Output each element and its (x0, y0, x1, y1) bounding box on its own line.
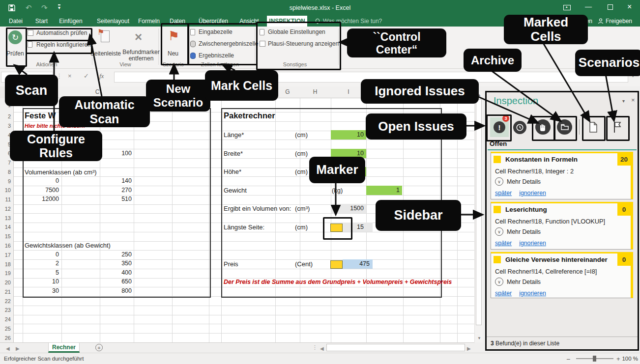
sheet-nav-left-icon[interactable]: ◀ (6, 346, 10, 351)
cell-b17[interactable]: 0 (25, 251, 59, 258)
tab-einfuegen[interactable]: Einfügen (57, 16, 85, 27)
row-header-16[interactable]: 16 (0, 241, 11, 251)
row-header-22[interactable]: 22 (0, 296, 11, 306)
breite-label[interactable]: Breite* (224, 150, 243, 157)
later-link[interactable]: später (495, 190, 512, 196)
laenge-unit[interactable]: (cm) (295, 131, 308, 139)
cell-c10[interactable]: 270 (97, 187, 132, 194)
laenge-value[interactable]: 10 (332, 131, 364, 138)
sheet-nav-right-icon[interactable]: ▶ (16, 346, 20, 351)
cell-c9[interactable]: 140 (97, 177, 132, 184)
row-header-11[interactable]: 11 (0, 195, 11, 204)
paketrechner-heading[interactable]: Paketrechner (224, 111, 275, 120)
hscroll-right-icon[interactable]: ▶ (467, 346, 471, 351)
sheet-tab-rechner[interactable]: Rechner (48, 343, 80, 353)
row-header-24[interactable]: 24 (0, 315, 11, 324)
cell-c6[interactable]: 100 (97, 150, 132, 157)
row-header-4[interactable]: 4 (0, 131, 11, 140)
cell-c11[interactable]: 510 (97, 196, 132, 202)
vertical-scrollbar[interactable]: ▲ ▼ (474, 91, 483, 342)
seitenleiste-button[interactable]: Seitenleiste (90, 50, 121, 57)
minimize-icon[interactable]: — (585, 2, 592, 10)
zoom-level[interactable]: 100 % (620, 356, 638, 362)
cell-c21[interactable]: 800 (97, 287, 132, 294)
row-header-15[interactable]: 15 (0, 232, 11, 241)
ribbon-display-options-icon[interactable]: ▴ (563, 5, 571, 10)
price-formula-note[interactable]: Der Preis ist die Summe aus dem Grundpre… (224, 279, 452, 285)
horizontal-scroll-thumb[interactable] (326, 344, 465, 351)
enter-check-icon[interactable]: ✓ (84, 72, 89, 80)
tab-formeln[interactable]: Formeln (135, 16, 163, 27)
add-sheet-icon[interactable]: + (95, 344, 103, 351)
volume-classes-title[interactable]: Volumenklassen (ab cm³) (25, 168, 97, 176)
row-header-2[interactable]: 2 (0, 112, 11, 121)
preis-label[interactable]: Preis (224, 260, 238, 268)
row-header-3[interactable]: 3 (0, 121, 11, 131)
tab-seitenlayout[interactable]: Seitenlayout (91, 16, 135, 27)
row-header-5[interactable]: 5 (0, 140, 11, 149)
row-header-6[interactable]: 6 (0, 149, 11, 158)
cell-c17[interactable]: 250 (97, 251, 132, 258)
zoom-in-icon[interactable]: + (616, 355, 620, 363)
fixed-values-heading[interactable]: Feste W (25, 111, 56, 120)
hscroll-left-icon[interactable]: ◀ (320, 346, 324, 351)
row-header-7[interactable]: 7 (0, 158, 11, 168)
preis-value[interactable]: 475 (339, 260, 370, 267)
cell-b11[interactable]: 12000 (25, 196, 59, 202)
cell-b21[interactable]: 30 (25, 287, 59, 294)
weight-classes-title[interactable]: Gewichtsklassen (ab Gewicht) (25, 242, 111, 249)
row-header-26[interactable]: 26 (0, 333, 11, 342)
row-header-20[interactable]: 20 (0, 278, 11, 287)
zoom-slider-thumb[interactable] (593, 356, 596, 362)
cancel-icon[interactable]: × (68, 72, 72, 80)
laengste-unit[interactable]: (cm) (295, 224, 308, 231)
tab-start[interactable]: Start (30, 16, 53, 27)
cell-c20[interactable]: 650 (97, 278, 132, 285)
later-link[interactable]: später (495, 240, 512, 247)
cell-b9[interactable]: 0 (25, 177, 59, 184)
row-header-10[interactable]: 10 (0, 186, 11, 195)
row-header-21[interactable]: 21 (0, 287, 11, 296)
later-filter-button[interactable] (513, 121, 526, 134)
gewicht-label[interactable]: Gewicht (224, 187, 247, 194)
cell-b20[interactable]: 10 (25, 278, 59, 285)
ignore-link[interactable]: ignorieren (519, 240, 546, 247)
save-icon[interactable] (8, 4, 16, 13)
row-header-23[interactable]: 23 (0, 306, 11, 315)
row-header-18[interactable]: 18 (0, 259, 11, 269)
row-header-8[interactable]: 8 (0, 168, 11, 177)
cell-b18[interactable]: 2 (25, 260, 59, 267)
row-header-13[interactable]: 13 (0, 213, 11, 223)
cell-c19[interactable]: 400 (97, 269, 132, 276)
row-header-25[interactable]: 25 (0, 324, 11, 333)
befundmarker-entfernen-button[interactable]: Befundmarker entfernen (122, 49, 160, 62)
breite-value[interactable]: 10 (332, 150, 364, 157)
later-link[interactable]: später (495, 290, 512, 297)
pane-close-icon[interactable]: × (631, 96, 635, 104)
pane-dropdown-icon[interactable]: ▾ (622, 98, 625, 104)
hoehe-label[interactable]: Höhe* (224, 168, 241, 175)
qat-customize-icon[interactable]: ▾ (58, 4, 60, 10)
col-header-g[interactable]: G (280, 88, 295, 95)
vertical-scroll-thumb[interactable] (476, 99, 482, 325)
volumen-value[interactable]: 1500 (332, 205, 364, 212)
col-header-h[interactable]: H (308, 88, 322, 95)
zoom-out-icon[interactable]: − (566, 355, 570, 363)
row-header-19[interactable]: 19 (0, 269, 11, 278)
tab-datei[interactable]: Datei (6, 16, 26, 27)
volumen-unit[interactable]: (cm³) (295, 205, 310, 212)
more-details-toggle[interactable]: ∨ Mehr Details (491, 275, 631, 286)
hoehe-unit[interactable]: (cm) (295, 168, 308, 175)
laengste-label[interactable]: Längste Seite: (224, 224, 264, 231)
cell-b10[interactable]: 7500 (25, 187, 59, 194)
cell-b19[interactable]: 5 (25, 269, 59, 276)
share-button[interactable]: Freigeben (606, 18, 632, 25)
laenge-label[interactable]: Länge* (224, 131, 244, 139)
gewicht-unit[interactable]: (kg) (332, 187, 343, 194)
col-header-c[interactable]: C (90, 88, 105, 95)
ignore-link[interactable]: ignorieren (519, 190, 546, 196)
undo-icon[interactable]: ↶ (26, 3, 32, 12)
close-icon[interactable]: × (627, 2, 632, 11)
preis-unit[interactable]: (Cent) (295, 260, 313, 268)
col-header-i[interactable]: I (341, 88, 356, 95)
